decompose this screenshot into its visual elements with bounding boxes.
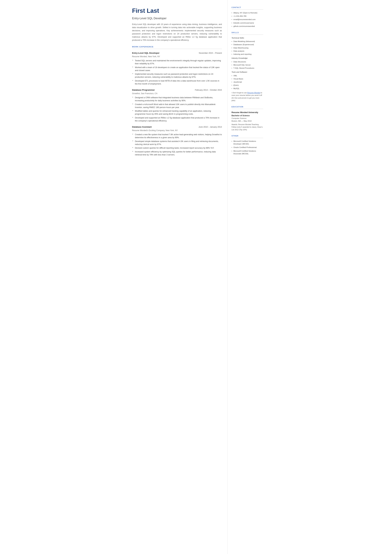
skill-item-1-1: Microsoft SQL Server: [231, 64, 263, 66]
candidate-summary: Entry-Level SQL developer with 10 years …: [132, 23, 222, 42]
skills-note: • Don't forget to use Resume Worded to s…: [231, 91, 263, 102]
resume-page: First Last Entry-Level SQL Developer Ent…: [125, 0, 267, 554]
job-bullet-2-3: Increased system efficiency by optimizin…: [132, 150, 222, 156]
education-header: EDUCATION: [231, 106, 263, 109]
candidate-title: Entry-Level SQL Developer: [132, 16, 222, 21]
skill-item-1-0: Data Structures: [231, 61, 263, 63]
job-block-1: Database ProgrammerFebruary 2013 – Octob…: [132, 88, 222, 122]
contact-item-4: github.com/resumeworded: [231, 25, 263, 28]
job-title-row-1: Database ProgrammerFebruary 2013 – Octob…: [132, 88, 222, 91]
left-column: First Last Entry-Level SQL Developer Ent…: [125, 0, 228, 554]
other-item-0: Microsoft Certified Solutions Developer …: [231, 140, 263, 146]
job-bullet-0-0: Tested SQL servers and maintained the en…: [132, 59, 222, 65]
education-section: EDUCATION Resume Worded University Bache…: [231, 106, 263, 131]
job-dates-1: February 2013 – October 2015: [195, 89, 222, 91]
other-header: OTHER: [231, 135, 263, 138]
skill-item-2-1: Visual Basic: [231, 77, 263, 80]
job-bullet-0-2: Implemented security measures such as pa…: [132, 73, 222, 79]
skill-item-0-2: Data Warehousing: [231, 47, 263, 49]
other-list: Microsoft Certified Solutions Developer …: [231, 140, 263, 155]
job-title-row-0: Entry-Level SQL DeveloperNovember 2015 –…: [132, 51, 222, 55]
skills-category-0: Technical Skills:: [231, 37, 263, 39]
skill-item-0-1: Databases (Experienced): [231, 43, 263, 46]
edu-field: Computer Science: [231, 117, 263, 120]
job-bullet-2-1: Developed simple database systems that a…: [132, 140, 222, 146]
job-bullets-1: Designed a CRM software that integrated …: [132, 96, 222, 122]
job-bullet-1-1: Created a mAcrosoft Word add-in that all…: [132, 103, 222, 109]
contact-header: CONTACT: [231, 6, 263, 10]
edu-school: Resume Worded University: [231, 111, 263, 114]
resume-worded-link[interactable]: Resume Worded: [247, 92, 260, 94]
job-title-2: Database Assistant: [132, 125, 152, 129]
job-dates-2: June 2010 – January 2013: [198, 126, 222, 129]
job-bullet-2-0: Created a new file system that tracked 7…: [132, 133, 222, 139]
candidate-name: First Last: [132, 6, 222, 15]
job-company-2: Resume Worded's Exciting Company, New Yo…: [132, 129, 222, 132]
skill-item-0-0: Data Modeling (Advanced): [231, 40, 263, 43]
contact-section: CONTACT Albany, NY (Open to Remote)+1-23…: [231, 6, 263, 28]
contact-item-1: +1-234-456-789: [231, 15, 263, 18]
edu-degree: Bachelor of Science: [231, 114, 263, 117]
skill-item-2-3: jQuery: [231, 84, 263, 87]
other-item-2: Microsoft Certified Solutions Associate …: [231, 150, 263, 155]
job-block-0: Entry-Level SQL DeveloperNovember 2015 –…: [132, 51, 222, 85]
contact-item-3: linkedin.com/in/username: [231, 22, 263, 24]
skills-category-2: Tools and Software:: [231, 71, 263, 73]
job-bullet-0-1: Worked with a team of 16 developers to c…: [132, 66, 222, 72]
right-column: CONTACT Albany, NY (Open to Remote)+1-23…: [228, 0, 267, 554]
skill-item-0-4: Indexing and reporting: [231, 53, 263, 56]
skills-list-1: Data StructuresMicrosoft SQL ServerT-SQL…: [231, 61, 263, 70]
job-bullets-0: Tested SQL servers and maintained the en…: [132, 59, 222, 85]
other-section: OTHER Microsoft Certified Solutions Deve…: [231, 135, 263, 155]
job-bullet-1-2: Modified tables and queries for enhanced…: [132, 110, 222, 116]
skills-section: SKILLS Technical Skills:Data Modeling (A…: [231, 31, 263, 102]
contact-list: Albany, NY (Open to Remote)+1-234-456-78…: [231, 12, 263, 28]
skill-item-1-2: T-SQL Stored Procedures: [231, 67, 263, 70]
contact-item-0: Albany, NY (Open to Remote): [231, 12, 263, 14]
job-bullets-2: Created a new file system that tracked 7…: [132, 133, 222, 156]
other-item-1: Oracle Certified Professional.: [231, 146, 263, 149]
skills-list-0: Data Modeling (Advanced)Databases (Exper…: [231, 40, 263, 56]
job-bullet-1-0: Designed a CRM software that integrated …: [132, 96, 222, 102]
job-title-0: Entry-Level SQL Developer: [132, 51, 160, 55]
skills-container: Technical Skills:Data Modeling (Advanced…: [231, 37, 263, 90]
job-bullet-0-3: Developed ETL processes to load 46TB of …: [132, 79, 222, 85]
job-company-0: Resume Worded, New York, NY: [132, 55, 222, 58]
job-title-1: Database Programmer: [132, 88, 155, 91]
job-block-2: Database AssistantJune 2010 – January 20…: [132, 125, 222, 156]
edu-awards: Awards: Resume Worded Teaching Fellow (o…: [231, 123, 263, 131]
contact-item-2: email@resumeworded.com: [231, 18, 263, 21]
job-company-1: Growthsi, San Francisco, CA: [132, 92, 222, 95]
skill-item-0-3: Data analysis: [231, 50, 263, 52]
skill-item-2-0: XML: [231, 74, 263, 77]
job-title-row-2: Database AssistantJune 2010 – January 20…: [132, 125, 222, 129]
work-experience-header: WORK EXPERIENCE: [132, 45, 222, 49]
job-bullet-2-2: Devised custom queries for difficult rep…: [132, 147, 222, 150]
skills-header: SKILLS: [231, 31, 263, 35]
skills-category-1: Industry Knowledge:: [231, 57, 263, 60]
skill-item-2-4: MySQL: [231, 87, 263, 90]
jobs-container: Entry-Level SQL DeveloperNovember 2015 –…: [132, 51, 222, 156]
skills-list-2: XMLVisual BasicJavaScriptjQueryMySQL: [231, 74, 263, 90]
skill-item-2-2: JavaScript: [231, 81, 263, 83]
edu-location: Boston, MA — May 2010: [231, 120, 263, 122]
job-dates-0: November 2015 – Present: [199, 52, 222, 55]
job-bullet-1-3: Developed and supported an RWec v.2 5g d…: [132, 116, 222, 122]
